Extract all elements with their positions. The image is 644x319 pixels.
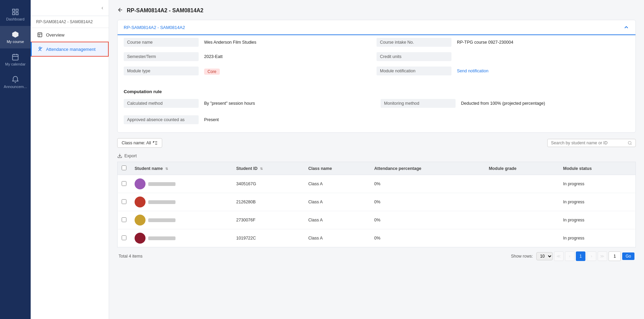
info-card: RP-SAM0814A2 - SAM0814A2 Course name Wes… [117, 20, 636, 133]
module-notification-row: Module notification Send notification [377, 64, 629, 78]
page-header: RP-SAM0814A2 - SAM0814A2 [117, 7, 636, 14]
page-title: RP-SAM0814A2 - SAM0814A2 [127, 8, 203, 14]
row-checkbox-0[interactable] [122, 181, 126, 186]
page-jump-input[interactable] [609, 251, 621, 261]
rows-per-page-select[interactable]: 10 20 50 [536, 252, 553, 260]
class-filter-button[interactable]: Class name: All [117, 138, 162, 148]
row-checkbox-cell [118, 229, 131, 247]
go-button[interactable]: Go [622, 252, 634, 260]
monitoring-method-value: Deducted from 100% (projected percentage… [460, 99, 547, 108]
sidebar-item-my-calendar[interactable]: My calendar [0, 48, 31, 71]
semester-label: Semester/Term [124, 52, 199, 61]
attendance-pct-cell: 0% [370, 229, 485, 247]
avatar [135, 178, 145, 189]
calculated-method-value: By "present" session hours [203, 99, 256, 108]
approved-absence-value: Present [203, 115, 220, 124]
sidebar-breadcrumb: RP-SAM0814A2 - SAM0814A2 [31, 16, 109, 28]
class-name-cell: Class A [304, 211, 370, 229]
select-all-checkbox[interactable] [122, 165, 126, 170]
search-input[interactable] [551, 141, 626, 145]
table-header-row: Student name ⇅ Student ID ⇅ Class name A… [118, 162, 636, 175]
class-filter-label: Class name: All [122, 141, 151, 145]
sidebar-item-attendance-label: Attendance management [46, 47, 95, 52]
next-page-button[interactable]: › [587, 251, 596, 261]
approved-absence-label: Approved absence counted as [124, 115, 199, 124]
export-row[interactable]: Export [117, 151, 636, 162]
row-checkbox-1[interactable] [122, 199, 126, 204]
row-checkbox-2[interactable] [122, 217, 126, 222]
student-name-cell [131, 175, 232, 193]
student-id-cell: 3405167G [232, 175, 304, 193]
show-rows-label: Show rows: [511, 254, 533, 259]
select-all-column [118, 162, 131, 175]
avatar [135, 215, 145, 226]
main-content: RP-SAM0814A2 - SAM0814A2 RP-SAM0814A2 - … [109, 0, 644, 319]
col-student-name[interactable]: Student name ⇅ [131, 162, 232, 175]
back-arrow-icon[interactable] [117, 7, 123, 14]
class-name-cell: Class A [304, 193, 370, 211]
sidebar-item-announcements[interactable]: Announcem... [0, 71, 31, 93]
attendance-pct-cell: 0% [370, 211, 485, 229]
send-notification-link[interactable]: Send notification [457, 69, 488, 73]
total-items: Total 4 items [119, 254, 142, 259]
module-type-label: Module type [124, 67, 199, 75]
student-name-cell [131, 229, 232, 247]
table-row: 1019722C Class A 0% In progress [118, 229, 636, 247]
student-id-cell: 2126280B [232, 193, 304, 211]
calculated-method-label: Calculated method [124, 99, 199, 108]
computation-rule-title: Computation rule [118, 85, 635, 96]
course-name-label: Course name [124, 38, 199, 47]
accordion-link[interactable]: RP-SAM0814A2 - SAM0814A2 [124, 25, 185, 30]
first-page-button[interactable]: ≪ [554, 251, 564, 261]
sidebar-item-dashboard[interactable]: Dashboard [0, 3, 31, 26]
last-page-button[interactable]: ≫ [598, 251, 607, 261]
collapse-button[interactable]: ‹ [102, 5, 103, 11]
computation-rule-grid: Calculated method By "present" session h… [118, 96, 635, 132]
approved-absence-row: Approved absence counted as Present [124, 113, 372, 127]
table-row: 2126280B Class A 0% In progress [118, 193, 636, 211]
svg-rect-4 [13, 55, 18, 60]
student-name-cell [131, 211, 232, 229]
students-table: Student name ⇅ Student ID ⇅ Class name A… [117, 162, 636, 247]
export-label: Export [124, 154, 137, 158]
row-checkbox-cell [118, 211, 131, 229]
attendance-pct-cell: 0% [370, 175, 485, 193]
class-name-cell: Class A [304, 175, 370, 193]
course-name-value: Wes Anderson Film Studies [203, 38, 258, 47]
module-grade-cell [485, 175, 559, 193]
semester-row: Semester/Term 2023-Eatt [124, 49, 377, 64]
avatar [135, 233, 145, 244]
col-module-status: Module status [559, 162, 636, 175]
module-status-cell: In progress [559, 175, 636, 193]
sidebar-item-overview[interactable]: Overview [31, 28, 109, 42]
student-name-blurred [148, 200, 175, 204]
col-student-id[interactable]: Student ID ⇅ [232, 162, 304, 175]
module-status-cell: In progress [559, 229, 636, 247]
course-intake-value: RP-TPG course 0927-230004 [456, 38, 515, 47]
sidebar-item-my-course[interactable]: My course [0, 26, 31, 48]
prev-page-button[interactable]: ‹ [565, 251, 574, 261]
student-name-blurred [148, 218, 175, 222]
svg-rect-0 [13, 9, 15, 11]
attendance-pct-cell: 0% [370, 193, 485, 211]
module-grade-cell [485, 229, 559, 247]
col-attendance: Attendance percentage [370, 162, 485, 175]
filter-row: Class name: All [117, 138, 636, 148]
col-module-grade: Module grade [485, 162, 559, 175]
credit-units-value [456, 52, 458, 56]
table-row: 2730076F Class A 0% In progress [118, 211, 636, 229]
student-name-blurred [148, 182, 175, 186]
sidebar: ‹ RP-SAM0814A2 - SAM0814A2 Overview Atte… [31, 0, 109, 319]
current-page-button[interactable]: 1 [576, 251, 585, 261]
sidebar-header: ‹ [31, 0, 109, 16]
student-name-blurred [148, 236, 175, 240]
svg-point-13 [628, 141, 631, 144]
table-row: 3405167G Class A 0% In progress [118, 175, 636, 193]
sidebar-item-attendance-management[interactable]: Attendance management [31, 42, 109, 57]
accordion-header[interactable]: RP-SAM0814A2 - SAM0814A2 [118, 20, 635, 35]
svg-line-14 [631, 144, 631, 144]
module-grade-cell [485, 193, 559, 211]
module-type-row: Module type Core [124, 64, 377, 79]
module-type-value: Core [203, 67, 221, 77]
row-checkbox-3[interactable] [122, 235, 126, 240]
